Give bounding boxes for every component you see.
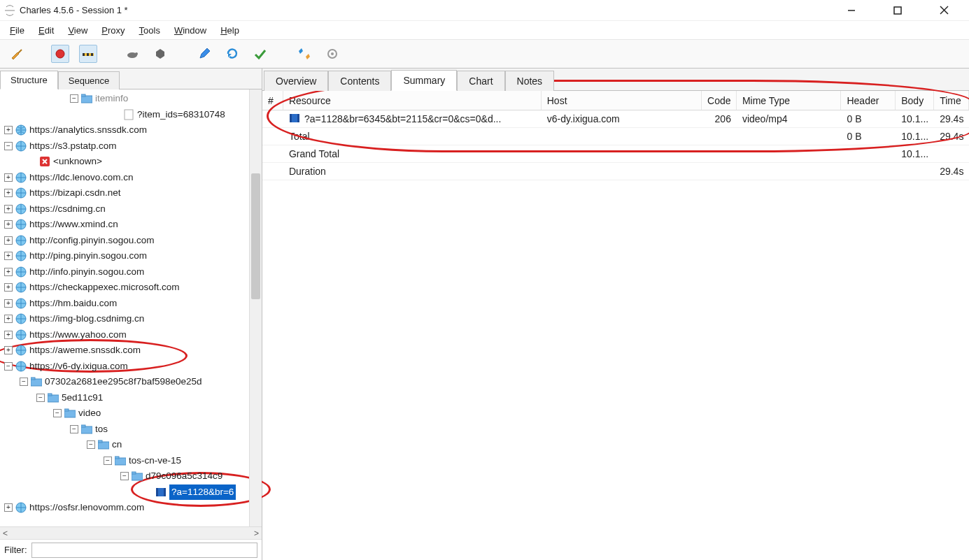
col-host[interactable]: Host (542, 91, 702, 110)
tab-sequence[interactable]: Sequence (58, 71, 120, 89)
tree-node-label[interactable]: tos (95, 422, 108, 438)
tree-vertical-scrollbar[interactable] (249, 89, 262, 526)
app-icon (4, 5, 15, 16)
tree-host[interactable]: https://aweme.snssdk.com (29, 343, 141, 359)
scrollbar-thumb[interactable] (251, 173, 260, 299)
globe-icon (15, 172, 27, 183)
broom-icon[interactable] (7, 45, 25, 63)
collapse-icon[interactable]: − (120, 472, 129, 480)
expand-icon[interactable]: + (4, 331, 13, 339)
scroll-left-icon[interactable]: < (3, 529, 8, 538)
expand-icon[interactable]: + (4, 173, 13, 182)
filter-input[interactable] (31, 543, 258, 558)
table-row[interactable]: ?a=1128&br=6345&bt=2115&cr=0&cs=0&d... v… (262, 110, 969, 128)
col-header[interactable]: Header (841, 91, 896, 110)
expand-icon[interactable]: + (4, 126, 13, 134)
breakpoint-icon[interactable] (151, 45, 169, 63)
tree-host[interactable]: https://www.xmind.cn (29, 217, 118, 233)
tree-node-label[interactable]: tos-cn-ve-15 (129, 453, 181, 469)
menu-help[interactable]: Help (215, 24, 245, 37)
turtle-icon[interactable] (123, 45, 141, 63)
collapse-icon[interactable]: − (20, 378, 28, 386)
expand-icon[interactable]: + (4, 299, 13, 308)
settings-icon[interactable] (323, 45, 341, 63)
tree-host[interactable]: https://s3.pstatp.com (29, 138, 117, 155)
col-time[interactable]: Time (934, 91, 969, 110)
collapse-icon[interactable]: − (36, 394, 45, 402)
col-mime[interactable]: Mime Type (737, 91, 842, 110)
record-button[interactable] (51, 45, 69, 63)
tree-host[interactable]: http://info.pinyin.sogou.com (29, 264, 144, 280)
check-icon[interactable] (251, 45, 269, 63)
tree-host[interactable]: https://bizapi.csdn.net (29, 185, 121, 201)
expand-icon[interactable]: + (4, 189, 13, 197)
tab-notes[interactable]: Notes (505, 71, 555, 91)
tree-node-label[interactable]: d79c096a5c314c9 (146, 468, 222, 484)
col-body[interactable]: Body (896, 91, 934, 110)
expand-icon[interactable]: + (4, 346, 13, 354)
menu-proxy[interactable]: Proxy (96, 24, 130, 37)
tree-host[interactable]: http://config.pinyin.sogou.com (29, 233, 155, 249)
close-button[interactable] (928, 1, 959, 20)
col-code[interactable]: Code (702, 91, 737, 110)
expand-icon[interactable]: + (4, 252, 13, 260)
tree-host[interactable]: https://csdnimg.cn (29, 201, 106, 217)
tree-node-label[interactable]: <unknown> (53, 154, 102, 170)
col-num[interactable]: # (262, 91, 283, 110)
menu-window[interactable]: Window (169, 24, 212, 37)
tab-chart[interactable]: Chart (457, 71, 504, 91)
tree-host[interactable]: https://img-blog.csdnimg.cn (29, 311, 144, 327)
tree-node-label[interactable]: 07302a2681ee295c8f7baf598e0e25d (45, 374, 201, 390)
tree-node-label[interactable]: video (78, 405, 101, 422)
edit-icon[interactable] (195, 45, 213, 63)
refresh-icon[interactable] (223, 45, 241, 63)
expand-icon[interactable]: + (4, 205, 13, 213)
tree-host[interactable]: https://v6-dy.ixigua.com (29, 359, 128, 375)
duration-time: 29.4s (934, 166, 969, 177)
tree-host[interactable]: http://ping.pinyin.sogou.com (29, 248, 147, 264)
scroll-right-icon[interactable]: > (254, 529, 259, 538)
svg-point-11 (135, 52, 138, 55)
menu-edit[interactable]: Edit (33, 24, 59, 37)
tools-icon[interactable] (295, 45, 313, 63)
folder-icon (98, 439, 109, 450)
throttle-button[interactable] (79, 45, 97, 63)
minimize-button[interactable] (836, 1, 867, 20)
tree-node-label[interactable]: cn (112, 437, 122, 453)
expand-icon[interactable]: + (4, 315, 13, 323)
tree-host[interactable]: https://ldc.lenovo.com.cn (29, 170, 134, 186)
collapse-icon[interactable]: − (70, 94, 78, 103)
menu-tools[interactable]: Tools (134, 24, 166, 37)
host-tree[interactable]: − iteminfo ?item_ids=68310748 +https://a… (0, 89, 249, 526)
tree-selected-leaf[interactable]: ?a=1128&br=6 (169, 484, 236, 501)
expand-icon[interactable]: + (4, 268, 13, 276)
file-icon (123, 109, 134, 120)
maximize-button[interactable] (882, 1, 913, 20)
tree-host[interactable]: https://www.yahoo.com (29, 327, 127, 343)
svg-rect-54 (297, 114, 299, 122)
collapse-icon[interactable]: − (4, 142, 13, 150)
expand-icon[interactable]: + (4, 283, 13, 292)
tab-contents[interactable]: Contents (328, 71, 391, 91)
tree-host[interactable]: https://checkappexec.microsoft.com (29, 280, 180, 296)
tree-host[interactable]: https://osfsr.lenovomm.com (29, 500, 144, 516)
collapse-icon[interactable]: − (53, 409, 62, 417)
collapse-icon[interactable]: − (104, 457, 112, 465)
collapse-icon[interactable]: − (4, 362, 13, 371)
collapse-icon[interactable]: − (70, 425, 78, 433)
expand-icon[interactable]: + (4, 236, 13, 245)
filter-row: Filter: (0, 539, 262, 560)
tree-horizontal-scrollbar[interactable]: < > (0, 526, 262, 539)
tab-summary[interactable]: Summary (391, 70, 457, 91)
menu-file[interactable]: File (4, 24, 30, 37)
menu-view[interactable]: View (62, 24, 93, 37)
tree-host[interactable]: https://analytics.snssdk.com (29, 122, 147, 138)
col-resource[interactable]: Resource (283, 91, 542, 110)
tab-overview[interactable]: Overview (264, 71, 328, 91)
expand-icon[interactable]: + (4, 503, 13, 512)
expand-icon[interactable]: + (4, 220, 13, 229)
tree-node-label[interactable]: 5ed11c91 (62, 390, 103, 406)
tab-structure[interactable]: Structure (0, 71, 58, 89)
tree-host[interactable]: https://hm.baidu.com (29, 296, 117, 312)
collapse-icon[interactable]: − (87, 440, 95, 449)
